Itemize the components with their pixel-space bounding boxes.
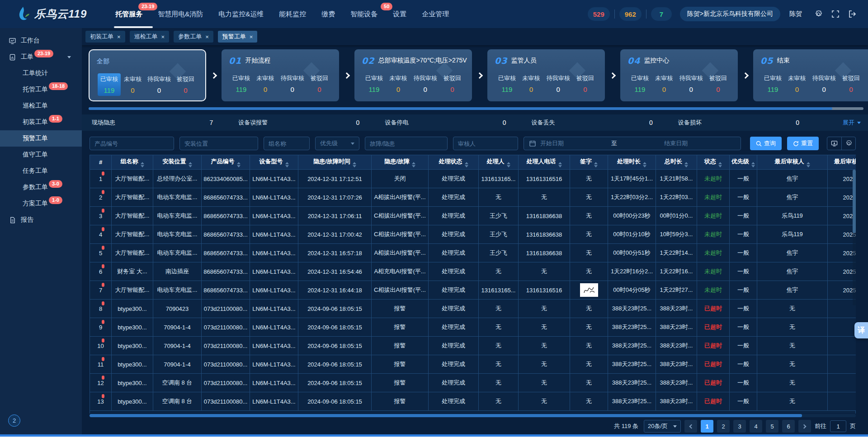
sort-icon[interactable] bbox=[507, 162, 510, 167]
page-button-2[interactable]: 2 bbox=[717, 420, 730, 433]
column-header-11[interactable]: 处理时长 bbox=[608, 155, 656, 170]
sort-icon[interactable] bbox=[285, 162, 289, 167]
tab-1[interactable]: 巡检工单× bbox=[130, 31, 170, 43]
page-button-1[interactable]: 1 bbox=[701, 420, 713, 433]
sidebar-item-10[interactable]: 方案工单1-0 bbox=[0, 195, 82, 212]
nav-menu-item-4[interactable]: 缴费 bbox=[314, 0, 343, 28]
flow-card-0[interactable]: 全部已审核119未审核0待我审核0被驳回0 bbox=[89, 49, 206, 101]
flow-stat-2[interactable]: 待我审核0 bbox=[145, 73, 174, 96]
table-horizontal-scrollbar[interactable] bbox=[90, 414, 856, 417]
column-header-10[interactable]: 签字 bbox=[570, 155, 608, 170]
close-icon[interactable]: × bbox=[117, 34, 121, 40]
sidebar-item-2[interactable]: 工单统计 bbox=[0, 65, 82, 81]
flow-stat-2[interactable]: 待我审核0 bbox=[810, 72, 839, 95]
summary-expand-link[interactable]: 展开 bbox=[825, 119, 861, 127]
table-row-9[interactable]: 9btype300...70904-1-4073d21100080...LN6M… bbox=[90, 318, 856, 337]
close-icon[interactable]: × bbox=[205, 34, 209, 40]
page-size-select[interactable]: 20条/页 bbox=[644, 420, 681, 433]
flow-stat-3[interactable]: 被驳回0 bbox=[707, 72, 730, 95]
column-header-16[interactable]: 最后审核时间 bbox=[828, 155, 856, 170]
flow-card-2[interactable]: 02总部审核温度>70℃;电压>275V已审核119未审核0待我审核0被驳回0 bbox=[354, 49, 472, 101]
table-row-13[interactable]: 13btype300...空调南 8 台073d21100080...LN6M-… bbox=[90, 392, 856, 411]
translate-float-button[interactable]: 译 bbox=[854, 322, 868, 338]
fullscreen-icon[interactable] bbox=[831, 10, 840, 19]
filter-input-1[interactable] bbox=[179, 137, 258, 150]
flow-stat-1[interactable]: 未审核0 bbox=[254, 72, 277, 95]
sort-icon[interactable] bbox=[237, 162, 241, 167]
app-logo[interactable]: 乐鸟云119 bbox=[16, 6, 87, 23]
page-button-6[interactable]: 6 bbox=[782, 420, 795, 433]
sort-icon[interactable] bbox=[465, 162, 468, 167]
table-row-6[interactable]: 6财务室 大...南边插座868656074733...LN6M-L1T4A3.… bbox=[90, 262, 856, 281]
nav-menu-item-6[interactable]: 设置 bbox=[385, 0, 414, 28]
column-header-2[interactable]: 安装位置 bbox=[153, 155, 202, 170]
table-row-11[interactable]: 11btype300...70904-1-4073d21100080...LN6… bbox=[90, 355, 856, 374]
nav-menu-item-1[interactable]: 智慧用电&消防 bbox=[150, 0, 211, 28]
company-selector[interactable]: 陈贺>新北京乐鸟科技有限公司 bbox=[680, 7, 780, 21]
flow-stat-3[interactable]: 被驳回0 bbox=[840, 72, 863, 95]
sort-icon[interactable] bbox=[751, 162, 755, 167]
export-icon[interactable] bbox=[827, 137, 841, 150]
flow-stat-1[interactable]: 未审核0 bbox=[121, 73, 144, 96]
sort-icon[interactable] bbox=[558, 162, 562, 167]
flow-cards-scrollbar[interactable] bbox=[89, 107, 863, 110]
table-row-12[interactable]: 12btype300...空调南 8 台073d21100080...LN6M-… bbox=[90, 374, 856, 392]
flow-stat-2[interactable]: 待我审核0 bbox=[278, 72, 307, 95]
table-row-7[interactable]: 7大厅智能配...电动车充电监...868656074733...LN6M-L1… bbox=[90, 281, 856, 300]
table-row-4[interactable]: 4大厅智能配...电动车充电监...868656074733...LN6M-L1… bbox=[90, 225, 856, 244]
sidebar-item-7[interactable]: 值守工单 bbox=[0, 147, 82, 163]
tab-0[interactable]: 初装工单× bbox=[85, 31, 125, 43]
tab-2[interactable]: 参数工单× bbox=[174, 31, 213, 43]
notification-counter-1[interactable]: 962 bbox=[619, 7, 642, 21]
column-header-1[interactable]: 组名称 bbox=[112, 155, 153, 170]
flow-stat-2[interactable]: 待我审核0 bbox=[544, 72, 573, 95]
flow-stat-0[interactable]: 已审核119 bbox=[495, 72, 519, 95]
notification-counter-0[interactable]: 529 bbox=[588, 7, 610, 21]
column-header-9[interactable]: 处理人电话 bbox=[519, 155, 570, 170]
username[interactable]: 陈贺 bbox=[789, 10, 802, 18]
sort-icon[interactable] bbox=[594, 162, 598, 167]
column-header-12[interactable]: 总时长 bbox=[656, 155, 697, 170]
sort-icon[interactable] bbox=[353, 162, 356, 167]
sidebar-item-11[interactable]: 报告 bbox=[0, 212, 82, 228]
table-row-1[interactable]: 1大厅智能配...总经理办公室...862334060085...LN6M-L1… bbox=[90, 170, 856, 188]
table-row-2[interactable]: 2大厅智能配...电动车充电监...868656074733...LN6M-L1… bbox=[90, 188, 856, 207]
flow-stat-0[interactable]: 已审核119 bbox=[363, 72, 386, 95]
prev-page-button[interactable] bbox=[684, 420, 697, 433]
notification-counter-2[interactable]: 7 bbox=[651, 7, 672, 21]
sort-icon[interactable] bbox=[643, 162, 646, 167]
sort-icon[interactable] bbox=[412, 162, 415, 167]
flow-stat-0[interactable]: 已审核119 bbox=[628, 72, 651, 95]
sort-icon[interactable] bbox=[141, 162, 144, 167]
column-header-15[interactable]: 最后审核人 bbox=[757, 155, 828, 170]
flow-stat-3[interactable]: 被驳回0 bbox=[441, 72, 464, 95]
flow-stat-0[interactable]: 已审核119 bbox=[98, 73, 121, 96]
column-header-13[interactable]: 状态 bbox=[697, 155, 730, 170]
column-settings-icon[interactable] bbox=[841, 137, 855, 150]
sidebar-bottom-badge[interactable]: 2 bbox=[8, 414, 20, 427]
table-vertical-scrollbar[interactable] bbox=[853, 170, 856, 305]
flow-stat-0[interactable]: 已审核119 bbox=[761, 72, 784, 95]
flow-stat-1[interactable]: 未审核0 bbox=[519, 72, 542, 95]
table-row-3[interactable]: 3大厅智能配...电动车充电监...868656074733...LN6M-L1… bbox=[90, 207, 856, 225]
flow-stat-1[interactable]: 未审核0 bbox=[785, 72, 808, 95]
column-header-3[interactable]: 产品编号 bbox=[202, 155, 250, 170]
table-row-8[interactable]: 8btype300...7090423073d21100080...LN6M-L… bbox=[90, 300, 856, 318]
goto-page-input[interactable] bbox=[830, 420, 846, 432]
flow-stat-1[interactable]: 未审核0 bbox=[652, 72, 675, 95]
flow-stat-0[interactable]: 已审核119 bbox=[230, 72, 253, 95]
close-icon[interactable]: × bbox=[250, 34, 253, 40]
nav-menu-item-2[interactable]: 电力监控&运维 bbox=[211, 0, 271, 28]
search-button[interactable]: 查询 bbox=[750, 137, 782, 150]
sort-icon[interactable] bbox=[718, 162, 722, 167]
gear-icon[interactable] bbox=[814, 10, 823, 19]
sidebar-item-0[interactable]: 工作台 bbox=[0, 33, 82, 49]
flow-stat-1[interactable]: 未审核0 bbox=[387, 72, 410, 95]
column-header-4[interactable]: 设备型号 bbox=[250, 155, 298, 170]
page-button-3[interactable]: 3 bbox=[733, 420, 746, 433]
flow-stat-3[interactable]: 被驳回0 bbox=[308, 72, 331, 95]
flow-card-4[interactable]: 04监控中心已审核119未审核0待我审核0被驳回0 bbox=[620, 49, 738, 101]
sort-icon[interactable] bbox=[189, 162, 192, 167]
nav-menu-item-0[interactable]: 托管服务23-19 bbox=[108, 0, 150, 28]
logout-icon[interactable] bbox=[848, 10, 857, 19]
